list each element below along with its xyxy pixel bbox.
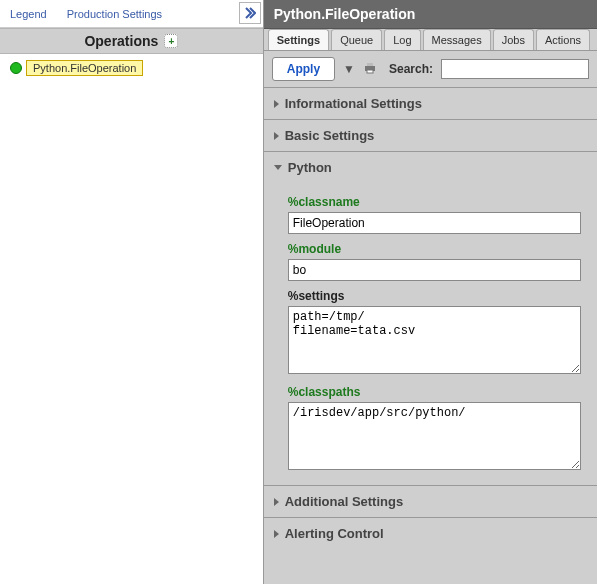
chevron-right-icon bbox=[274, 100, 279, 108]
section-header-basic[interactable]: Basic Settings bbox=[264, 120, 597, 151]
search-input[interactable] bbox=[441, 59, 589, 79]
section-basic: Basic Settings bbox=[264, 119, 597, 151]
tab-messages[interactable]: Messages bbox=[423, 29, 491, 50]
classpaths-field[interactable] bbox=[288, 402, 581, 470]
svg-rect-1 bbox=[367, 63, 373, 66]
expand-button[interactable] bbox=[239, 2, 261, 24]
legend-link[interactable]: Legend bbox=[0, 8, 57, 20]
left-pane: Legend Production Settings Operations + … bbox=[0, 0, 264, 584]
operations-tree: Python.FileOperation bbox=[0, 54, 263, 82]
chevron-down-icon bbox=[274, 165, 282, 170]
tab-actions[interactable]: Actions bbox=[536, 29, 590, 50]
section-title: Informational Settings bbox=[285, 96, 422, 111]
section-header-additional[interactable]: Additional Settings bbox=[264, 486, 597, 517]
tab-queue[interactable]: Queue bbox=[331, 29, 382, 50]
right-pane: Python.FileOperation Settings Queue Log … bbox=[264, 0, 597, 584]
filter-icon[interactable]: ▼ bbox=[343, 62, 355, 76]
status-dot-icon bbox=[10, 62, 22, 74]
search-label: Search: bbox=[389, 62, 433, 76]
chevron-right-icon bbox=[244, 7, 256, 19]
tree-item[interactable]: Python.FileOperation bbox=[10, 60, 253, 76]
toolbar: Apply ▼ Search: bbox=[264, 51, 597, 87]
tab-log[interactable]: Log bbox=[384, 29, 420, 50]
module-field[interactable] bbox=[288, 259, 581, 281]
production-settings-link[interactable]: Production Settings bbox=[57, 8, 172, 20]
tabs: Settings Queue Log Messages Jobs Actions bbox=[264, 29, 597, 51]
section-title: Alerting Control bbox=[285, 526, 384, 541]
section-title: Python bbox=[288, 160, 332, 175]
section-alerting: Alerting Control bbox=[264, 517, 597, 549]
page-title: Python.FileOperation bbox=[264, 0, 597, 29]
chevron-right-icon bbox=[274, 530, 279, 538]
classpaths-label: %classpaths bbox=[288, 385, 581, 399]
chevron-right-icon bbox=[274, 132, 279, 140]
tab-jobs[interactable]: Jobs bbox=[493, 29, 534, 50]
section-header-alerting[interactable]: Alerting Control bbox=[264, 518, 597, 549]
left-top-bar: Legend Production Settings bbox=[0, 0, 263, 28]
chevron-right-icon bbox=[274, 498, 279, 506]
add-operation-button[interactable]: + bbox=[164, 34, 178, 48]
classname-label: %classname bbox=[288, 195, 581, 209]
settings-sections: Informational Settings Basic Settings Py… bbox=[264, 87, 597, 584]
apply-button[interactable]: Apply bbox=[272, 57, 335, 81]
settings-label: %settings bbox=[288, 289, 581, 303]
settings-field[interactable] bbox=[288, 306, 581, 374]
section-python: Python %classname %module %settings %cla… bbox=[264, 151, 597, 485]
section-header-informational[interactable]: Informational Settings bbox=[264, 88, 597, 119]
section-header-python[interactable]: Python bbox=[264, 152, 597, 183]
svg-rect-2 bbox=[367, 70, 373, 73]
module-label: %module bbox=[288, 242, 581, 256]
section-title: Basic Settings bbox=[285, 128, 375, 143]
section-informational: Informational Settings bbox=[264, 87, 597, 119]
tree-item-label: Python.FileOperation bbox=[26, 60, 143, 76]
section-title: Additional Settings bbox=[285, 494, 403, 509]
operations-header: Operations + bbox=[0, 28, 263, 54]
classname-field[interactable] bbox=[288, 212, 581, 234]
print-icon[interactable] bbox=[363, 62, 377, 77]
section-additional: Additional Settings bbox=[264, 485, 597, 517]
operations-label: Operations bbox=[84, 33, 158, 49]
tab-settings[interactable]: Settings bbox=[268, 29, 329, 50]
